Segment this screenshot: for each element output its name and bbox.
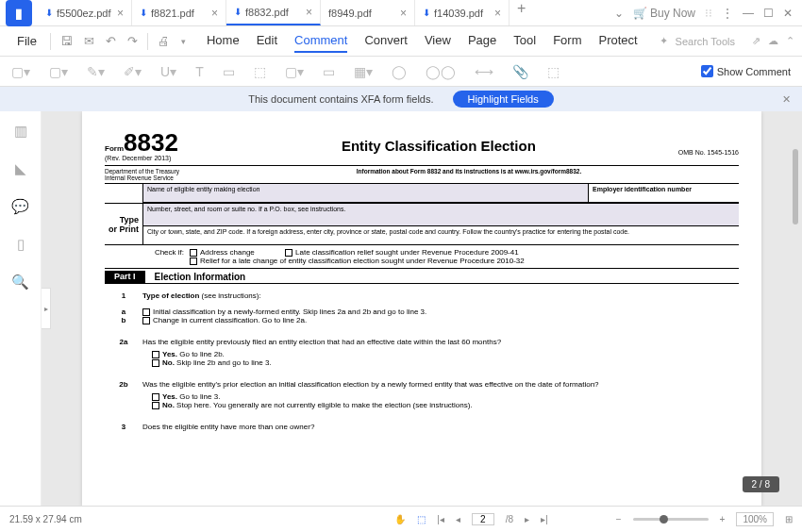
q2a-no-checkbox[interactable] (152, 359, 159, 367)
zoom-slider[interactable] (633, 518, 709, 521)
tab-2[interactable]: ⬇f8832.pdf× (226, 0, 321, 25)
q2a-text: Has the eligible entity previously filed… (142, 338, 739, 346)
wand-icon[interactable]: ✦ (660, 35, 668, 47)
menu-home[interactable]: Home (207, 29, 240, 53)
buy-now-link[interactable]: 🛒Buy Now (633, 7, 695, 20)
typewriter-tool-icon[interactable]: T (195, 64, 204, 79)
menu-view[interactable]: View (425, 29, 451, 53)
underline-tool-icon[interactable]: U▾ (160, 64, 176, 79)
fit-page-icon[interactable]: ⊞ (785, 514, 793, 524)
document-viewport[interactable]: ▸ Form8832 (Rev. December 2013) Entity C… (42, 111, 802, 506)
zoom-level[interactable]: 100% (736, 512, 774, 526)
hand-tool-icon[interactable]: ✋ (394, 514, 406, 524)
buy-now-label: Buy Now (650, 7, 695, 20)
more-icon[interactable]: ⋮ (722, 7, 733, 20)
menu-convert[interactable]: Convert (364, 29, 408, 53)
late-relief-checkbox[interactable] (285, 249, 292, 257)
save-icon[interactable]: 🖫 (55, 34, 78, 48)
minimize-icon[interactable]: — (743, 7, 754, 20)
textbox-tool-icon[interactable]: ▭ (223, 64, 235, 79)
chevron-down-icon[interactable]: ⌄ (614, 7, 624, 20)
undo-icon[interactable]: ↶ (100, 34, 122, 48)
q2b-no-checkbox[interactable] (152, 402, 159, 409)
area-tool-icon[interactable]: ⬚ (254, 64, 266, 79)
q2a-yes-t: Go to line 2b. (177, 350, 225, 358)
show-comment-checkbox[interactable] (701, 65, 713, 77)
first-page-icon[interactable]: |◂ (437, 514, 444, 524)
callout-tool-icon[interactable]: ▭ (323, 64, 335, 79)
measure-tool-icon[interactable]: ⟷ (475, 64, 493, 79)
q2a-yes-checkbox[interactable] (152, 351, 159, 358)
dept-text: Department of the Treasury Internal Reve… (105, 166, 199, 183)
last-page-icon[interactable]: ▸| (541, 514, 548, 524)
tab-3[interactable]: f8949.pdf× (321, 0, 415, 25)
attachments-icon[interactable]: ▯ (17, 236, 25, 253)
tab-4[interactable]: ⬇f14039.pdf× (415, 0, 510, 25)
redo-icon[interactable]: ↷ (122, 34, 143, 48)
menu-tool[interactable]: Tool (513, 29, 536, 53)
tab-0[interactable]: ⬇f5500ez.pdf× (38, 0, 132, 25)
menu-protect[interactable]: Protect (598, 29, 637, 53)
show-comment-label: Show Comment (717, 66, 791, 77)
zoom-out-icon[interactable]: − (616, 514, 622, 524)
q2b-yes-checkbox[interactable] (152, 393, 159, 401)
highlight-tool-icon[interactable]: ✎▾ (87, 64, 105, 79)
person-tool-icon[interactable]: ◯ (392, 64, 407, 79)
mail-icon[interactable]: ✉ (78, 34, 100, 48)
next-page-icon[interactable]: ▸ (525, 514, 529, 524)
tab-1[interactable]: ⬇f8821.pdf× (132, 0, 226, 25)
highlight-fields-button[interactable]: Highlight Fields (453, 91, 554, 108)
q1b-checkbox[interactable] (142, 317, 150, 324)
share-icon[interactable]: ⇗ (752, 35, 760, 47)
note-tool-icon[interactable]: ▢▾ (11, 64, 30, 79)
q1a-checkbox[interactable] (142, 308, 150, 316)
late-change-checkbox[interactable] (190, 258, 197, 265)
menu-edit[interactable]: Edit (257, 29, 277, 53)
search-tools-input[interactable]: Search Tools (676, 36, 735, 47)
menu-form[interactable]: Form (553, 29, 581, 53)
comments-icon[interactable]: 💬 (11, 198, 29, 215)
shape-tool-icon[interactable]: ▢▾ (285, 64, 304, 79)
search-icon[interactable]: 🔍 (11, 274, 29, 291)
cloud-icon[interactable]: ☁ (768, 35, 778, 47)
collapse-icon[interactable]: ⌃ (786, 35, 794, 47)
attach-tool-icon[interactable]: 📎 (512, 64, 528, 79)
select-tool-icon[interactable]: ⬚ (417, 514, 426, 524)
pencil-tool-icon[interactable]: ✐▾ (124, 64, 142, 79)
close-icon[interactable]: × (306, 6, 312, 19)
q2a-no-t: Skip line 2b and go to line 3. (175, 358, 272, 367)
zoom-thumb[interactable] (660, 515, 668, 524)
pdf-icon: ⬇ (140, 8, 147, 18)
stamp-tool-icon[interactable]: ▦▾ (354, 64, 373, 79)
file-menu[interactable]: File (8, 34, 46, 48)
print-icon[interactable]: 🖨 (152, 34, 175, 48)
group-tool-icon[interactable]: ◯◯ (426, 64, 456, 79)
zoom-in-icon[interactable]: + (720, 514, 726, 524)
omb-number: OMB No. 1545-1516 (678, 130, 739, 161)
part-title: Election Information (145, 271, 256, 283)
close-icon[interactable]: × (211, 7, 218, 20)
close-icon[interactable]: × (494, 7, 501, 20)
maximize-icon[interactable]: ☐ (763, 7, 774, 20)
text-tool-icon[interactable]: ▢▾ (49, 64, 68, 79)
close-icon[interactable]: × (117, 7, 124, 20)
prev-page-icon[interactable]: ◂ (456, 514, 460, 524)
page-number-input[interactable] (472, 513, 494, 525)
add-tab-button[interactable]: + (510, 0, 533, 25)
expand-panel-icon[interactable]: ▸ (42, 288, 51, 329)
gift-icon[interactable]: ⁝⁝ (705, 7, 712, 20)
thumbnails-icon[interactable]: ▥ (14, 123, 27, 140)
tab-label: f8949.pdf (328, 8, 372, 19)
chevron-down-icon[interactable]: ▾ (175, 37, 192, 46)
bookmarks-icon[interactable]: ◣ (15, 160, 26, 177)
close-window-icon[interactable]: ✕ (783, 7, 793, 20)
more-tool-icon[interactable]: ⬚ (547, 64, 560, 79)
menu-comment[interactable]: Comment (294, 29, 347, 53)
scrollbar-thumb[interactable] (793, 149, 798, 224)
address-change-checkbox[interactable] (190, 249, 197, 257)
menu-page[interactable]: Page (468, 29, 496, 53)
banner-close-icon[interactable]: ✕ (782, 93, 791, 106)
close-icon[interactable]: × (400, 7, 407, 20)
show-comment-toggle[interactable]: Show Comment (701, 65, 791, 77)
q2a-yes: Yes. (162, 350, 177, 358)
